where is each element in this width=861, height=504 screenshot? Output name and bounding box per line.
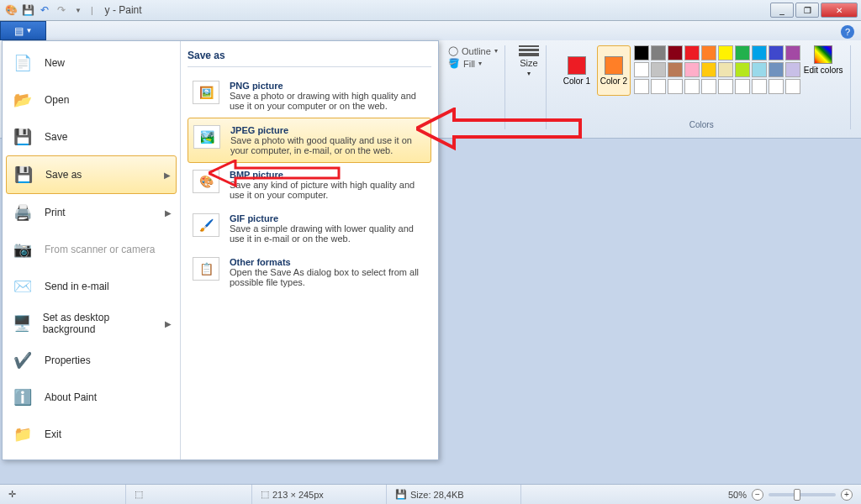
menu-item-label: Set as desktop background [43, 312, 155, 335]
format-jpeg[interactable]: 🏞️JPEG pictureSave a photo with good qua… [188, 118, 431, 163]
color-palette [634, 45, 800, 96]
menu-item-open[interactable]: 📂Open [6, 81, 177, 118]
menu-item-exit[interactable]: 📁Exit [6, 416, 177, 453]
zoom-in-button[interactable]: + [841, 489, 853, 501]
zoom-thumb[interactable] [794, 489, 800, 501]
save-icon[interactable]: 💾 [20, 3, 35, 18]
palette-color[interactable] [735, 62, 750, 77]
outline-label: Outline [462, 46, 491, 56]
chevron-right-icon: ▶ [165, 319, 172, 328]
palette-color[interactable] [718, 79, 733, 94]
titlebar: 🎨 💾 ↶ ↷ ▼ | y - Paint _ ❐ ✕ [0, 0, 861, 21]
size-label: Size [520, 58, 537, 68]
format-title: PNG picture [230, 81, 426, 91]
chevron-down-icon: ▼ [26, 27, 33, 34]
rainbow-icon [814, 45, 832, 64]
file-size: 💾 Size: 28,4KB [387, 485, 521, 504]
palette-color[interactable] [701, 79, 716, 94]
palette-color[interactable] [668, 45, 683, 60]
format-png[interactable]: 🖼️PNG pictureSave a photo or drawing wit… [188, 74, 431, 118]
format-title: Other formats [230, 257, 426, 267]
size-icon [519, 45, 539, 56]
format-desc: Save a simple drawing with lower quality… [230, 223, 426, 244]
canvas-dimensions: ⬚ 213 × 245px [252, 485, 387, 504]
menu-item-set-as-desktop-background[interactable]: 🖥️Set as desktop background▶ [6, 305, 177, 342]
zoom-level: 50% [728, 490, 747, 500]
palette-color[interactable] [752, 79, 767, 94]
palette-color[interactable] [634, 45, 649, 60]
palette-color[interactable] [668, 79, 683, 94]
palette-color[interactable] [634, 62, 649, 77]
color2-swatch [605, 56, 623, 75]
help-icon[interactable]: ? [841, 25, 854, 39]
format-desc: Save a photo or drawing with high qualit… [230, 91, 426, 111]
palette-color[interactable] [651, 62, 666, 77]
format-gif[interactable]: 🖌️GIF pictureSave a simple drawing with … [188, 207, 431, 250]
palette-color[interactable] [785, 45, 800, 60]
undo-icon[interactable]: ↶ [37, 3, 52, 18]
menu-item-print[interactable]: 🖨️Print▶ [6, 194, 177, 231]
other-icon: 📋 [193, 257, 219, 281]
floppy-icon: 💾 [11, 125, 34, 149]
palette-color[interactable] [668, 62, 683, 77]
format-title: GIF picture [230, 213, 426, 223]
palette-color[interactable] [684, 79, 700, 94]
palette-color[interactable] [769, 45, 784, 60]
file-menu-dropdown: 📄New📂Open💾Save💾Save as▶🖨️Print▶📷From sca… [2, 40, 439, 460]
zoom-slider[interactable] [769, 493, 836, 496]
quick-access-toolbar: 🎨 💾 ↶ ↷ ▼ | y - Paint [3, 3, 142, 18]
desktop-icon: 🖥️ [11, 312, 33, 335]
palette-color[interactable] [684, 45, 700, 60]
palette-color[interactable] [752, 45, 767, 60]
menu-item-save-as[interactable]: 💾Save as▶ [6, 155, 177, 194]
color2-button[interactable]: Color 2 [597, 45, 631, 96]
palette-color[interactable] [701, 45, 716, 60]
palette-color[interactable] [684, 62, 700, 77]
palette-color[interactable] [651, 45, 666, 60]
format-other[interactable]: 📋Other formatsOpen the Save As dialog bo… [188, 250, 431, 294]
minimize-button[interactable]: _ [770, 3, 794, 18]
menu-item-save[interactable]: 💾Save [6, 118, 177, 155]
menu-item-about-paint[interactable]: ℹ️About Paint [6, 379, 177, 416]
edit-colors-button[interactable]: Edit colors [804, 45, 843, 96]
menu-item-label: New [45, 57, 65, 69]
format-title: JPEG picture [230, 125, 425, 135]
maximize-button[interactable]: ❐ [795, 3, 819, 18]
gif-icon: 🖌️ [193, 213, 219, 237]
fill-icon: 🪣 [448, 58, 460, 69]
disk-icon: 💾 [395, 489, 407, 500]
chevron-down-icon: ▾ [527, 70, 531, 77]
palette-color[interactable] [735, 45, 750, 60]
palette-color[interactable] [735, 79, 750, 94]
format-bmp[interactable]: 🎨BMP pictureSave any kind of picture wit… [188, 163, 431, 207]
menu-item-label: Properties [45, 354, 91, 366]
format-desc: Open the Save As dialog box to select fr… [230, 267, 426, 287]
outline-dropdown[interactable]: ◯ Outline ▾ [448, 45, 498, 56]
close-button[interactable]: ✕ [821, 3, 858, 18]
palette-color[interactable] [752, 62, 767, 77]
redo-icon[interactable]: ↷ [54, 3, 69, 18]
qat-dropdown-icon[interactable]: ▼ [71, 3, 86, 18]
file-menu-tab[interactable]: ▤ ▼ [0, 21, 46, 40]
palette-color[interactable] [769, 62, 784, 77]
menu-item-send-in-e-mail[interactable]: ✉️Send in e-mail [6, 268, 177, 305]
palette-color[interactable] [769, 79, 784, 94]
menu-item-label: Open [45, 94, 69, 106]
palette-color[interactable] [718, 62, 733, 77]
palette-color[interactable] [634, 79, 649, 94]
color1-button[interactable]: Color 1 [560, 45, 594, 96]
palette-color[interactable] [785, 62, 800, 77]
palette-color[interactable] [651, 79, 666, 94]
menu-item-properties[interactable]: ✔️Properties [6, 342, 177, 379]
selection-icon: ⬚ [135, 489, 143, 500]
file-menu-left: 📄New📂Open💾Save💾Save as▶🖨️Print▶📷From sca… [3, 41, 181, 459]
palette-color[interactable] [785, 79, 800, 94]
palette-color[interactable] [701, 62, 716, 77]
palette-color[interactable] [718, 45, 733, 60]
menu-item-new[interactable]: 📄New [6, 45, 177, 81]
zoom-out-button[interactable]: − [752, 489, 763, 501]
color1-swatch [568, 56, 586, 75]
scanner-icon: 📷 [11, 238, 34, 261]
size-dropdown[interactable]: Size ▾ [519, 45, 539, 77]
fill-dropdown[interactable]: 🪣 Fill ▾ [448, 58, 498, 69]
